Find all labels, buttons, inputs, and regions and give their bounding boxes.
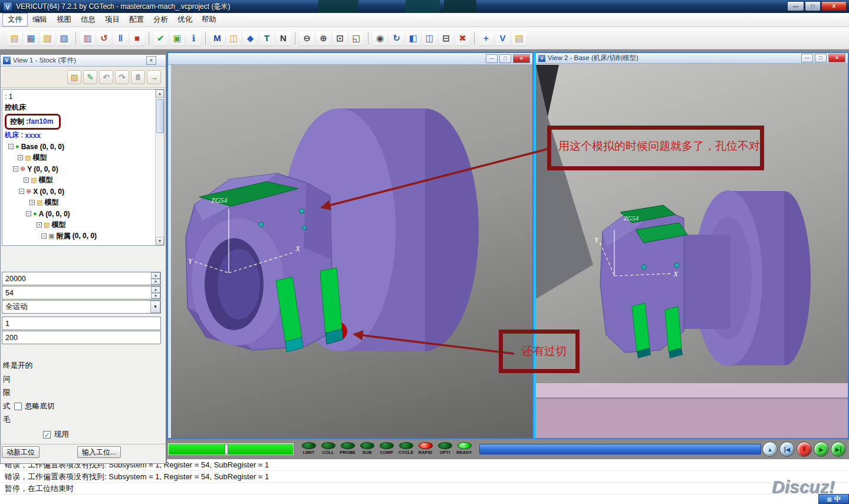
tree-row[interactable]: +▧模型 xyxy=(2,197,155,208)
view2-minimize-button[interactable]: — xyxy=(801,54,813,62)
menu-item-2[interactable]: 视图 xyxy=(52,14,76,26)
expand-icon[interactable]: + xyxy=(24,177,29,183)
log-icon[interactable]: ▤ xyxy=(512,31,526,45)
minimize-button[interactable]: — xyxy=(787,1,804,11)
tree-row[interactable]: −●Base (0, 0, 0) xyxy=(2,141,155,152)
status-led-cycle[interactable]: CYCLE xyxy=(396,442,416,455)
ime-language-bar[interactable]: ▦ 中 xyxy=(818,494,849,504)
scroll-thumb[interactable] xyxy=(156,99,164,133)
rewind-button[interactable]: |◀ xyxy=(779,442,795,457)
motion-mode-select[interactable] xyxy=(2,300,161,314)
panel-close-button[interactable]: × xyxy=(146,56,156,65)
stop-icon[interactable]: ■ xyxy=(130,31,144,45)
view1-minimize-button[interactable]: — xyxy=(486,54,498,63)
single-step-icon[interactable]: ‖ xyxy=(113,31,128,45)
view1-maximize-button[interactable]: □ xyxy=(499,54,511,63)
expand-icon[interactable]: + xyxy=(37,222,42,228)
vericut-icon[interactable]: V xyxy=(495,31,510,45)
tree-row[interactable]: 机床 : xxxx xyxy=(2,130,155,141)
zoom-in-icon[interactable]: ⊕ xyxy=(316,31,331,45)
status-led-opti[interactable]: OPTI xyxy=(435,442,455,455)
menu-item-7[interactable]: 优化 xyxy=(173,14,197,26)
scroll-down-icon[interactable]: ▼ xyxy=(156,237,164,245)
status-led-limit[interactable]: LIMIT xyxy=(299,442,318,455)
tree-row[interactable]: −▣附属 (0, 0, 0) xyxy=(2,230,155,242)
paint-icon[interactable]: ✎ xyxy=(83,70,97,84)
tree-row[interactable]: 控制 : fan10m xyxy=(2,113,155,130)
tree-row[interactable]: +▧模型 xyxy=(2,152,155,163)
view1-3d-viewport[interactable]: ZG54 Y X xyxy=(168,65,532,438)
tolerance-field[interactable] xyxy=(2,331,161,344)
model-window-icon[interactable]: ◫ xyxy=(226,31,241,45)
pause-button[interactable]: ‖ xyxy=(797,442,812,457)
step-button[interactable]: ▶| xyxy=(831,442,846,457)
menu-item-4[interactable]: 项目 xyxy=(100,14,124,26)
speed-field-spinner[interactable]: ▲▼ xyxy=(151,272,160,285)
view2-maximize-button[interactable]: □ xyxy=(815,54,827,62)
progress-slider-handle[interactable] xyxy=(225,444,228,454)
import-setup-button[interactable]: 输入工位... xyxy=(77,446,121,458)
collapse-icon[interactable]: − xyxy=(41,233,47,239)
tree-row[interactable]: 控机床 xyxy=(2,102,155,113)
import-icon[interactable]: ▥ xyxy=(80,31,95,45)
spinner-down-icon[interactable]: ▼ xyxy=(151,279,160,285)
tree-row[interactable]: : 1 xyxy=(2,91,155,102)
tree-scrollbar[interactable]: ▲ ▼ xyxy=(155,90,164,245)
tree-row[interactable]: −⊕Y (0, 0, 0) xyxy=(2,163,155,174)
collision-check-icon[interactable]: ◆ xyxy=(243,31,258,45)
tree-row[interactable]: −●A (0, 0, 0) xyxy=(2,208,155,219)
active-checkbox[interactable]: ✓ xyxy=(43,431,51,439)
maximize-button[interactable]: □ xyxy=(805,1,821,11)
collapse-icon[interactable]: − xyxy=(19,189,24,194)
link-icon[interactable]: 8 xyxy=(131,70,145,84)
view1-titlebar[interactable]: — □ × xyxy=(168,53,532,65)
register-field[interactable] xyxy=(2,286,161,299)
top-button[interactable]: ▲ xyxy=(762,442,778,457)
export-icon[interactable]: → xyxy=(147,70,161,84)
collapse-icon[interactable]: − xyxy=(8,144,14,149)
speed-field[interactable] xyxy=(2,272,161,285)
view1-close-button[interactable]: × xyxy=(513,54,530,63)
status-led-ready[interactable]: READY xyxy=(455,442,474,455)
count-field[interactable] xyxy=(2,317,161,330)
motion-mode-select-dropdown-icon[interactable]: ▼ xyxy=(150,301,160,313)
menu-item-0[interactable]: 文件 xyxy=(2,13,28,27)
tool-manager-icon[interactable]: T xyxy=(259,31,274,45)
view2-3d-viewport[interactable]: ZG54 Y X xyxy=(536,64,848,438)
vericut-check-icon[interactable]: ✔ xyxy=(153,31,168,45)
status-led-sub[interactable]: SUB xyxy=(357,442,377,455)
scroll-up-icon[interactable]: ▲ xyxy=(156,90,164,98)
status-led-coll[interactable]: COLL xyxy=(318,442,338,455)
split-view-icon[interactable]: ◫ xyxy=(422,31,437,45)
open-project-icon[interactable]: ▧ xyxy=(40,31,55,45)
fit-view-icon[interactable]: ◱ xyxy=(349,31,364,45)
register-field-spinner[interactable]: ▲▼ xyxy=(151,286,160,299)
reset-model-icon[interactable]: ↺ xyxy=(97,31,111,45)
zoom-out-icon[interactable]: ⊖ xyxy=(300,31,314,45)
status-led-probe[interactable]: PROBE xyxy=(338,442,357,455)
zoom-window-icon[interactable]: ⊡ xyxy=(333,31,347,45)
menu-item-1[interactable]: 编辑 xyxy=(28,14,52,26)
spinner-down-icon[interactable]: ▼ xyxy=(151,293,160,299)
open-icon[interactable]: ▧ xyxy=(67,70,81,84)
nc-progress-slider[interactable] xyxy=(168,443,294,455)
info-icon[interactable]: ℹ xyxy=(186,31,201,45)
collapse-icon[interactable]: − xyxy=(26,211,31,216)
delete-view-icon[interactable]: ✖ xyxy=(455,31,470,45)
collapse-icon[interactable]: − xyxy=(13,166,18,172)
close-button[interactable]: × xyxy=(821,1,847,11)
mcode-status-icon[interactable]: M xyxy=(210,31,225,45)
single-view-icon[interactable]: ◧ xyxy=(406,31,420,45)
menu-item-8[interactable]: 帮助 xyxy=(197,14,221,26)
nc-program-icon[interactable]: N xyxy=(276,31,291,45)
new-setup-button[interactable]: 动新工位 xyxy=(2,446,40,458)
ignore-undercut-checkbox[interactable] xyxy=(14,403,22,410)
menu-item-3[interactable]: 信息 xyxy=(76,14,100,26)
menu-item-6[interactable]: 分析 xyxy=(149,14,173,26)
report-icon[interactable]: ▣ xyxy=(170,31,185,45)
save-project-icon[interactable]: ▨ xyxy=(57,31,71,45)
view2-titlebar[interactable]: V View 2 - Base (机床/切削模型) — □ × xyxy=(536,53,848,64)
layout-icon[interactable]: ⊟ xyxy=(439,31,453,45)
tree-row[interactable]: +▧模型 xyxy=(2,219,155,230)
expand-icon[interactable]: + xyxy=(29,200,35,205)
